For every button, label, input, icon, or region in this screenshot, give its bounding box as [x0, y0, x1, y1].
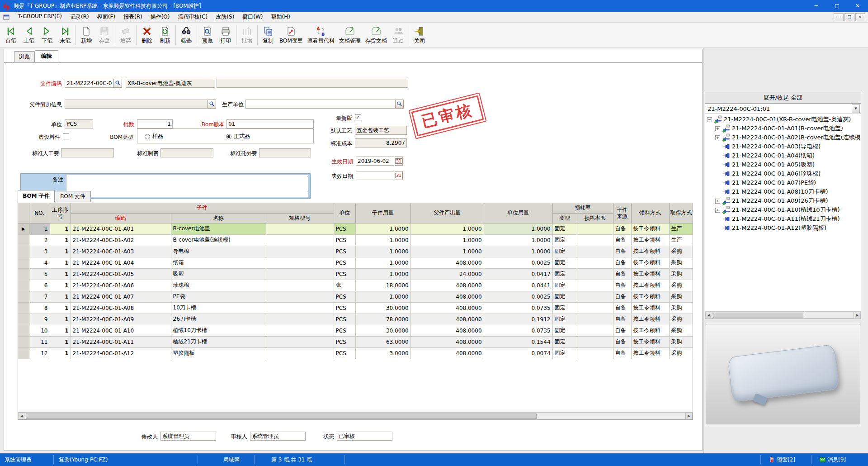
- scrollbar-thumb[interactable]: [713, 313, 803, 318]
- cell-c-pout[interactable]: 1.0000: [410, 246, 484, 257]
- cell-c-name[interactable]: 植绒10刀卡槽: [171, 325, 266, 336]
- cell-c-lrate[interactable]: [577, 302, 613, 314]
- cell-c-ltype[interactable]: 固定: [552, 280, 577, 291]
- cell-c-pick[interactable]: 按工令领料: [631, 302, 669, 314]
- cell-c-code[interactable]: 21-M2224-00C-01-A03: [71, 246, 171, 257]
- menu-item-7[interactable]: 窗口(W): [238, 13, 267, 21]
- virtual-part-checkbox[interactable]: [63, 133, 69, 139]
- effective-calendar-button[interactable]: 31: [395, 157, 403, 166]
- cell-c-no[interactable]: 9: [29, 314, 50, 325]
- tree-item[interactable]: 21-M2224-00C-01-A03(导电棉): [706, 142, 861, 151]
- toolbar-button-print[interactable]: 打印: [217, 24, 235, 47]
- cell-c-qty[interactable]: 1.0000: [355, 234, 410, 246]
- cell-ind[interactable]: [18, 246, 29, 257]
- cell-c-code[interactable]: 21-M2224-00C-01-A04: [71, 257, 171, 268]
- toolbar-button-doc-manage[interactable]: 文档管理: [337, 24, 363, 47]
- table-row[interactable]: 10121-M2224-00C-01-A10植绒10刀卡槽PCS30.00004…: [18, 325, 693, 336]
- expire-calendar-button[interactable]: 31: [395, 171, 403, 180]
- mdi-close-button[interactable]: ✕: [855, 13, 865, 21]
- header-acquire[interactable]: 取得方式: [669, 203, 693, 223]
- cell-c-ltype[interactable]: 固定: [552, 234, 577, 246]
- scroll-right-icon[interactable]: ▶: [854, 312, 861, 319]
- expand-icon[interactable]: +: [715, 199, 720, 204]
- cell-c-ltype[interactable]: 固定: [552, 257, 577, 268]
- addinfo-lookup-button[interactable]: [208, 100, 216, 109]
- header-qty[interactable]: 子件用量: [355, 203, 410, 223]
- toolbar-button-copy[interactable]: 复制: [259, 24, 277, 47]
- latest-version-checkbox[interactable]: ✓: [355, 114, 361, 120]
- batch-input[interactable]: [137, 119, 173, 128]
- toolbar-button-bom-change[interactable]: BOM变更: [277, 24, 305, 47]
- cell-c-src[interactable]: 自备: [613, 347, 631, 359]
- cell-c-unitqty[interactable]: 1.0000: [484, 223, 552, 234]
- bom-version-combo[interactable]: 21-M2224-00C-01:01 ▼: [705, 104, 861, 114]
- cell-c-code[interactable]: 21-M2224-00C-01-A01: [71, 223, 171, 234]
- cell-c-ltype[interactable]: 固定: [552, 246, 577, 257]
- tree-item[interactable]: +21-M2224-00C-01-A02(B-cover电池盖(连续模): [706, 133, 861, 142]
- cell-c-pick[interactable]: 按工令领料: [631, 280, 669, 291]
- cell-c-ltype[interactable]: 固定: [552, 268, 577, 280]
- cell-c-name[interactable]: B-cover电池盖(连续模): [171, 234, 266, 246]
- cell-c-no[interactable]: 6: [29, 280, 50, 291]
- cell-c-seq[interactable]: 1: [50, 280, 71, 291]
- toolbar-button-nav-prev[interactable]: 上笔: [20, 24, 38, 47]
- cell-c-spec[interactable]: [266, 246, 334, 257]
- header-spec[interactable]: 规格型号: [266, 213, 334, 223]
- cell-c-name[interactable]: 珍珠棉: [171, 280, 266, 291]
- table-row[interactable]: 5121-M2224-00C-01-A05吸塑PCS1.000024.00000…: [18, 268, 693, 280]
- scrollbar-thumb[interactable]: [26, 414, 537, 419]
- cell-c-pick[interactable]: 按工令领料: [631, 314, 669, 325]
- cell-c-ltype[interactable]: 固定: [552, 314, 577, 325]
- cell-c-unitqty[interactable]: 0.0441: [484, 280, 552, 291]
- cell-ind[interactable]: [18, 234, 29, 246]
- cell-c-unitqty[interactable]: 0.0074: [484, 347, 552, 359]
- cell-c-pick[interactable]: 按工令领料: [631, 325, 669, 336]
- cell-c-name[interactable]: B-cover电池盖: [171, 223, 266, 234]
- cell-c-unit[interactable]: PCS: [334, 347, 355, 359]
- cell-c-lrate[interactable]: [577, 234, 613, 246]
- expand-icon[interactable]: +: [715, 135, 720, 140]
- addinfo-input[interactable]: [65, 100, 208, 109]
- cell-c-code[interactable]: 21-M2224-00C-01-A09: [71, 314, 171, 325]
- mdi-restore-button[interactable]: ❐: [844, 13, 854, 21]
- cell-c-spec[interactable]: [266, 347, 334, 359]
- cell-c-lrate[interactable]: [577, 325, 613, 336]
- prod-unit-lookup-button[interactable]: [395, 100, 404, 109]
- tree-item[interactable]: 21-M2224-00C-01-A06(珍珠棉): [706, 169, 861, 178]
- cell-c-pout[interactable]: 408.0000: [410, 257, 484, 268]
- cell-c-spec[interactable]: [266, 280, 334, 291]
- table-row[interactable]: 11121-M2224-00C-01-A11植绒21刀卡槽PCS63.00004…: [18, 336, 693, 347]
- table-row[interactable]: 2121-M2224-00C-01-A02B-cover电池盖(连续模)PCS1…: [18, 234, 693, 246]
- header-unit-qty[interactable]: 单位用量: [484, 203, 552, 223]
- cell-c-src[interactable]: 自备: [613, 336, 631, 347]
- cell-c-acq[interactable]: 采购: [669, 314, 693, 325]
- cell-c-no[interactable]: 4: [29, 257, 50, 268]
- cell-c-seq[interactable]: 1: [50, 246, 71, 257]
- cell-c-acq[interactable]: 生产: [669, 234, 693, 246]
- tab-bom-file[interactable]: BOM 文件: [55, 191, 91, 202]
- cell-c-pout[interactable]: 408.0000: [410, 302, 484, 314]
- toolbar-button-nav-next[interactable]: 下笔: [38, 24, 56, 47]
- table-row[interactable]: 4121-M2224-00C-01-A04纸箱PCS1.0000408.0000…: [18, 257, 693, 268]
- cell-ind[interactable]: [18, 291, 29, 302]
- cell-c-ltype[interactable]: 固定: [552, 223, 577, 234]
- expand-collapse-all-button[interactable]: 展开/收起 全部: [705, 92, 861, 104]
- cell-c-spec[interactable]: [266, 223, 334, 234]
- menu-item-5[interactable]: 流程审核(C): [174, 13, 212, 21]
- scroll-left-icon[interactable]: ◀: [18, 413, 25, 420]
- cell-c-no[interactable]: 3: [29, 246, 50, 257]
- tab-edit[interactable]: 编辑: [35, 50, 58, 62]
- parent-code-input[interactable]: [65, 79, 114, 88]
- cell-c-qty[interactable]: 1.0000: [355, 257, 410, 268]
- cell-c-unitqty[interactable]: 0.0025: [484, 257, 552, 268]
- cell-c-acq[interactable]: 采购: [669, 246, 693, 257]
- tree-item[interactable]: 21-M2224-00C-01-A07(PE袋): [706, 178, 861, 187]
- menu-item-4[interactable]: 操作(O): [146, 13, 174, 21]
- cell-c-src[interactable]: 自备: [613, 280, 631, 291]
- bom-type-formal-radio[interactable]: 正式品: [226, 133, 250, 140]
- cell-c-src[interactable]: 自备: [613, 325, 631, 336]
- cell-c-spec[interactable]: [266, 302, 334, 314]
- cell-c-name[interactable]: 纸箱: [171, 257, 266, 268]
- cell-c-ltype[interactable]: 固定: [552, 291, 577, 302]
- toolbar-button-stock-doc[interactable]: 存货文档: [363, 24, 389, 47]
